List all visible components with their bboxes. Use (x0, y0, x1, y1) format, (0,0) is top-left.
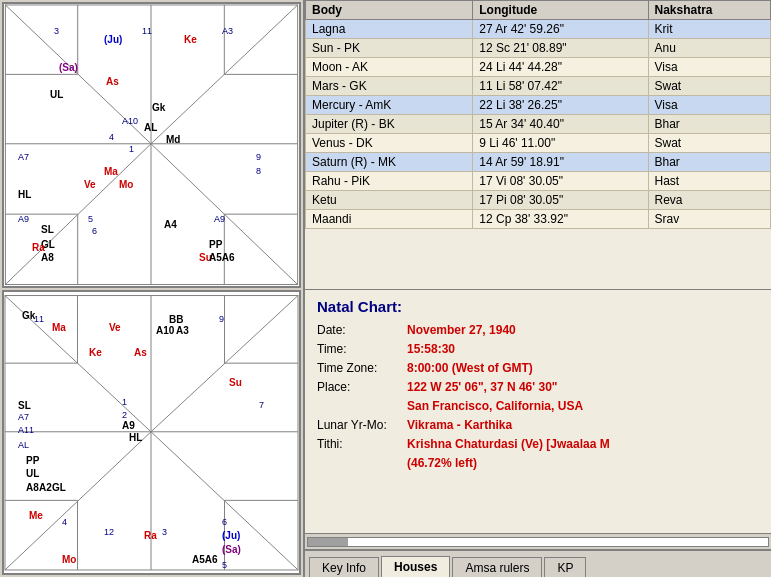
cell-longitude: 14 Ar 59' 18.91" (473, 153, 648, 172)
h7-d9: 7 (259, 400, 264, 410)
scrollbar-area[interactable] (305, 533, 771, 549)
a5a6-rasi: A5A6 (209, 252, 235, 263)
h4-d9-num: 4 (62, 517, 67, 527)
ju-rasi: (Ju) (104, 34, 122, 45)
scrollbar-thumb[interactable] (308, 538, 348, 546)
cell-longitude: 12 Cp 38' 33.92" (473, 210, 648, 229)
info-field-label (317, 399, 407, 413)
cell-body: Rahu - PiK (306, 172, 473, 191)
a8-d9: A8 (26, 482, 39, 493)
cell-nakshatra: Anu (648, 39, 771, 58)
info-field-label: Time: (317, 342, 407, 356)
info-field-value: 8:00:00 (West of GMT) (407, 361, 533, 375)
table-row: Lagna27 Ar 42' 59.26"Krit (306, 20, 771, 39)
info-field-label: Place: (317, 380, 407, 394)
tab-houses[interactable]: Houses (381, 556, 450, 577)
table-row: Sun - PK12 Sc 21' 08.89"Anu (306, 39, 771, 58)
pp-rasi: PP (209, 239, 222, 250)
tab-kp[interactable]: KP (544, 557, 586, 577)
info-field-value: November 27, 1940 (407, 323, 516, 337)
ke-d9: Ke (89, 347, 102, 358)
h8-num: 8 (256, 166, 261, 176)
h11-d9: 11 (34, 314, 44, 324)
h9-d9: 9 (219, 314, 224, 324)
cell-nakshatra: Visa (648, 58, 771, 77)
h3-num: 3 (54, 26, 59, 36)
h6-num: 6 (92, 226, 97, 236)
info-field-value: 122 W 25' 06", 37 N 46' 30" (407, 380, 558, 394)
ra-d9: Ra (144, 530, 157, 541)
hl-d9: HL (129, 432, 142, 443)
cell-body: Jupiter (R) - BK (306, 115, 473, 134)
cell-longitude: 11 Li 58' 07.42" (473, 77, 648, 96)
info-field-label: Lunar Yr-Mo: (317, 418, 407, 432)
a9-d9: A9 (122, 420, 135, 431)
cell-nakshatra: Krit (648, 20, 771, 39)
info-row-continuation: (46.72% left) (317, 456, 759, 470)
col-longitude: Longitude (473, 1, 648, 20)
cell-longitude: 15 Ar 34' 40.40" (473, 115, 648, 134)
info-area: Natal Chart: Date:November 27, 1940Time:… (305, 290, 771, 533)
ha9-l: A9 (18, 214, 29, 224)
pp-d9: PP (26, 455, 39, 466)
info-field-value: Vikrama - Karthika (407, 418, 512, 432)
sl-rasi: SL (41, 224, 54, 235)
bb-d9: BB (169, 314, 183, 325)
ma-rasi: Ma (104, 166, 118, 177)
a10-d9: A10 (156, 325, 174, 336)
gk-rasi: Gk (152, 102, 165, 113)
ul-rasi: UL (50, 89, 63, 100)
h11-num: 11 (142, 26, 152, 36)
a4-rasi: A4 (164, 219, 177, 230)
a8-rasi: A8 (41, 252, 54, 263)
cell-body: Moon - AK (306, 58, 473, 77)
cell-nakshatra: Bhar (648, 153, 771, 172)
left-panel: Natal Chart Rasi 11 (Ju) (0, 0, 305, 577)
hal-d9: AL (18, 440, 29, 450)
cell-nakshatra: Srav (648, 210, 771, 229)
tab-amsa-rulers[interactable]: Amsa rulers (452, 557, 542, 577)
table-row: Ketu17 Pi 08' 30.05"Reva (306, 191, 771, 210)
info-field-label: Date: (317, 323, 407, 337)
cell-body: Lagna (306, 20, 473, 39)
planet-table-area: Body Longitude Nakshatra Lagna27 Ar 42' … (305, 0, 771, 290)
cell-body: Saturn (R) - MK (306, 153, 473, 172)
cell-longitude: 24 Li 44' 44.28" (473, 58, 648, 77)
ha7-d9: A7 (18, 412, 29, 422)
cell-body: Sun - PK (306, 39, 473, 58)
h1-num: 1 (129, 144, 134, 154)
info-field-label: Tithi: (317, 437, 407, 451)
h10-num: A10 (122, 116, 138, 126)
info-row-date: Date:November 27, 1940 (317, 323, 759, 337)
h3-d9: 3 (162, 527, 167, 537)
table-row: Mars - GK11 Li 58' 07.42"Swat (306, 77, 771, 96)
cell-body: Venus - DK (306, 134, 473, 153)
ke-rasi: Ke (184, 34, 197, 45)
scrollbar-track[interactable] (307, 537, 769, 547)
table-row: Maandi12 Cp 38' 33.92"Srav (306, 210, 771, 229)
info-row-timezone: Time Zone:8:00:00 (West of GMT) (317, 361, 759, 375)
h2-d9: 2 (122, 410, 127, 420)
ul-d9: UL (26, 468, 39, 479)
cell-nakshatra: Hast (648, 172, 771, 191)
cell-body: Mercury - AmK (306, 96, 473, 115)
table-row: Moon - AK24 Li 44' 44.28"Visa (306, 58, 771, 77)
mo-rasi: Mo (119, 179, 133, 190)
cell-nakshatra: Reva (648, 191, 771, 210)
ma-d9: Ma (52, 322, 66, 333)
ha9-num: A9 (214, 214, 225, 224)
cell-body: Maandi (306, 210, 473, 229)
info-row-continuation: San Francisco, California, USA (317, 399, 759, 413)
table-row: Mercury - AmK22 Li 38' 26.25"Visa (306, 96, 771, 115)
info-title: Natal Chart: (317, 298, 759, 315)
info-field-value: (46.72% left) (407, 456, 477, 470)
table-row: Rahu - PiK17 Vi 08' 30.05"Hast (306, 172, 771, 191)
tab-key-info[interactable]: Key Info (309, 557, 379, 577)
cell-nakshatra: Swat (648, 77, 771, 96)
d9-chart: Natal Chart D-9 Gk 11 Ma Ve Ke As BB A10 (2, 290, 301, 576)
me-d9: Me (29, 510, 43, 521)
ve-rasi: Ve (84, 179, 96, 190)
cell-body: Mars - GK (306, 77, 473, 96)
table-row: Saturn (R) - MK14 Ar 59' 18.91"Bhar (306, 153, 771, 172)
ha11-d9: A11 (18, 425, 34, 435)
